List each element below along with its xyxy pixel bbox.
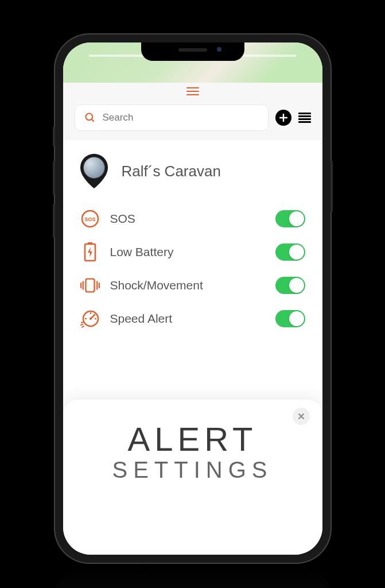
- app-screen: Ralf´s Caravan SOS SOS: [63, 42, 322, 555]
- toggle-shock[interactable]: [275, 277, 305, 294]
- sos-icon: SOS: [80, 209, 100, 229]
- alert-row-shock: Shock/Movement: [80, 276, 305, 295]
- alert-list: SOS SOS Low Battery: [80, 209, 305, 328]
- search-box[interactable]: [75, 105, 269, 131]
- volume-up: [53, 161, 55, 195]
- alert-label: Speed Alert: [110, 312, 265, 326]
- close-button[interactable]: [293, 408, 310, 425]
- search-row: [63, 100, 322, 140]
- caravan-thumbnail: [83, 157, 105, 179]
- svg-line-9: [91, 315, 95, 319]
- menu-button[interactable]: [298, 113, 311, 123]
- drag-handle-icon: [186, 87, 199, 95]
- search-icon: [84, 112, 96, 123]
- add-button[interactable]: [275, 110, 291, 126]
- battery-icon: [80, 242, 100, 262]
- drawer-handle-bar[interactable]: [63, 83, 322, 100]
- device-pin-icon[interactable]: [80, 154, 108, 188]
- search-input[interactable]: [103, 112, 259, 123]
- svg-point-0: [85, 114, 92, 121]
- reflection: [55, 563, 330, 588]
- toggle-speed[interactable]: [275, 310, 305, 327]
- alert-label: Shock/Movement: [110, 278, 265, 292]
- alert-row-speed: Speed Alert: [80, 309, 305, 328]
- overlay-card: ALERT SETTINGS: [63, 400, 322, 555]
- device-title: Ralf´s Caravan: [122, 163, 221, 180]
- volume-down: [53, 204, 55, 238]
- overlay-subtitle: SETTINGS: [63, 457, 322, 483]
- alert-row-sos: SOS SOS: [80, 209, 305, 229]
- toggle-sos[interactable]: [275, 210, 305, 227]
- svg-line-1: [91, 119, 94, 122]
- speedometer-icon: [80, 309, 100, 328]
- svg-text:SOS: SOS: [84, 216, 95, 222]
- power-button: [330, 161, 333, 212]
- main-content: Ralf´s Caravan SOS SOS: [63, 140, 322, 328]
- plus-icon: [279, 114, 287, 122]
- phone-mockup: Ralf´s Caravan SOS SOS: [55, 34, 330, 563]
- toggle-low-battery[interactable]: [275, 243, 305, 261]
- close-icon: [298, 413, 305, 420]
- svg-rect-6: [85, 279, 94, 292]
- alert-row-low-battery: Low Battery: [80, 242, 305, 262]
- alert-label: SOS: [110, 212, 265, 226]
- alert-label: Low Battery: [110, 245, 265, 259]
- device-header: Ralf´s Caravan: [80, 154, 305, 188]
- phone-notch: [141, 42, 244, 61]
- silence-switch: [53, 126, 55, 146]
- vibration-icon: [80, 276, 100, 295]
- overlay-title: ALERT: [63, 423, 322, 456]
